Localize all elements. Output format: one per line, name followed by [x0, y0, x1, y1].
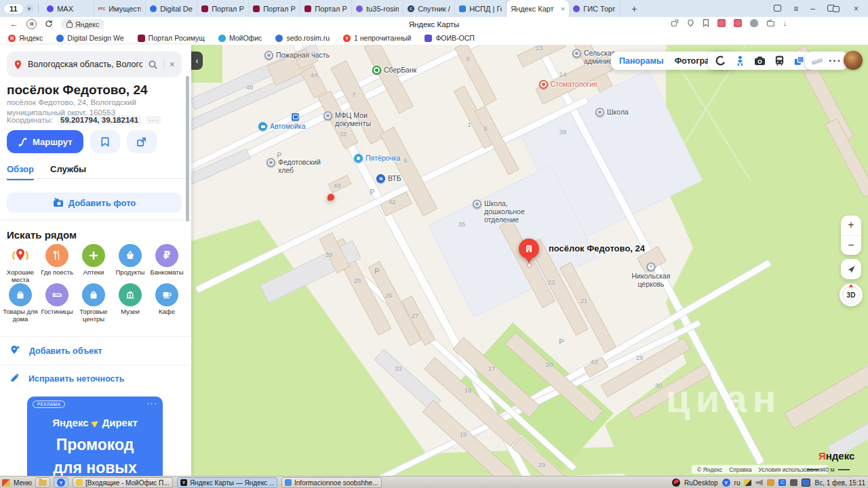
taskbar-window-button[interactable]: YЯндекс Карты — Яндекс ...	[177, 477, 277, 488]
map-poi[interactable]: Пятёрочка	[354, 155, 400, 163]
nearby-item[interactable]: Гостиницы	[38, 283, 76, 316]
browser-tab[interactable]: Портал Росиму	[249, 0, 300, 17]
avatar[interactable]	[844, 51, 863, 70]
search-icon[interactable]	[148, 60, 158, 70]
route-button[interactable]: Маршрут	[7, 130, 83, 153]
bookmark-item[interactable]: МойОфис	[218, 34, 262, 42]
nearby-item[interactable]: Хорошие места	[1, 244, 39, 284]
bookmark-button[interactable]	[90, 130, 120, 153]
bookmark-flag-icon[interactable]	[703, 19, 709, 27]
pin-label[interactable]: посёлок Федотово, 24	[549, 243, 645, 253]
search-input[interactable]: Вологодская область, Вологодский р ×	[7, 52, 182, 77]
bus-stop-icon[interactable]	[292, 113, 299, 121]
c-app-tray-icon[interactable]: C	[778, 479, 786, 486]
ad-banner[interactable]: РЕКЛАМА ··· Яндекс Директ Промокод для н…	[27, 396, 163, 485]
wallet-icon[interactable]	[766, 19, 775, 27]
panorama-pegman-icon[interactable]	[735, 55, 745, 66]
map-poi[interactable]: СберБанк	[372, 66, 416, 75]
taskbar-window-button[interactable]: Informacionnoe soobshhe...	[281, 477, 382, 488]
share-button[interactable]	[127, 130, 157, 153]
nearby-item[interactable]: ₽Банкоматы	[148, 244, 186, 277]
map-poi[interactable]: Школа	[595, 108, 629, 117]
map-poi[interactable]: Школа, дошкольное отделение	[473, 200, 525, 224]
ad-menu-icon[interactable]: ···	[146, 398, 157, 408]
sidebar-panel-icon[interactable]	[774, 5, 781, 13]
bookmark-item[interactable]: Y1 непрочитанный	[343, 34, 411, 42]
share-icon[interactable]	[671, 19, 679, 27]
minimize-button[interactable]: –	[810, 5, 815, 13]
layers-icon[interactable]	[793, 55, 805, 66]
map-poi[interactable]: Пожарная часть	[264, 52, 330, 60]
yandex-home-icon[interactable]: Я	[26, 19, 37, 29]
protect-icon[interactable]	[750, 19, 758, 27]
panoramas-button[interactable]: Панорамы	[619, 56, 664, 66]
remote-screen-tray-icon[interactable]	[802, 479, 810, 487]
map-poi[interactable]: МФЦ Мои документы	[323, 112, 371, 128]
clock[interactable]: Вс, 1 фев, 15:11	[814, 479, 865, 487]
help-link[interactable]: Справка	[729, 466, 751, 473]
browser-tab[interactable]: tu35-rosim.gos	[352, 0, 403, 17]
browser-tab[interactable]: CСпутник / Анал	[403, 0, 455, 17]
browser-tab[interactable]: Портал Росиму	[197, 0, 249, 17]
more-icon[interactable]: ···	[146, 116, 161, 124]
browser-tab[interactable]: Яндекс Карт×	[507, 0, 569, 17]
more-tools-icon[interactable]: ···	[829, 55, 842, 67]
map-poi[interactable]: +Никольская церковь	[632, 263, 671, 289]
map-poi[interactable]: Автомойка	[258, 123, 305, 131]
display-tray-icon[interactable]	[744, 479, 751, 486]
nearby-item[interactable]: Товары для дома	[1, 283, 39, 323]
os-menu-icon[interactable]	[2, 479, 10, 487]
browser-tab[interactable]: РТСИмущество	[94, 0, 146, 17]
add-object-link[interactable]: Добавить объект	[0, 336, 191, 365]
browser-tab[interactable]: НСПД | Геоинф	[455, 0, 507, 17]
rudesktop-icon[interactable]	[672, 479, 680, 487]
close-window-button[interactable]: ×	[854, 5, 859, 13]
map-poi[interactable]: ≡ВТБ	[376, 175, 401, 183]
nearby-item[interactable]: Где поесть	[38, 244, 76, 277]
nearby-item[interactable]: Торговые центры	[75, 283, 113, 323]
restore-button[interactable]	[827, 5, 842, 13]
browser-tab[interactable]: ГИС Торги - пр	[569, 0, 620, 17]
bookmark-item[interactable]: ЯЯндекс	[8, 34, 43, 42]
bookmark-item[interactable]: ФОИВ-ОСП	[425, 34, 475, 42]
extension-icon[interactable]	[734, 19, 742, 27]
close-icon[interactable]: ×	[170, 59, 175, 70]
map-pin[interactable]	[519, 239, 539, 263]
menu-button[interactable]: Меню	[14, 479, 32, 487]
ruler-icon[interactable]	[811, 56, 823, 66]
printer-tray-icon[interactable]	[790, 479, 797, 486]
url-field[interactable]: Яндекс	[61, 19, 104, 29]
zoom-out-button[interactable]: −	[841, 236, 861, 256]
compass-3d-button[interactable]: 3D	[840, 283, 863, 306]
location-icon[interactable]	[687, 19, 694, 27]
bookmark-item[interactable]: sedo.rosim.ru	[275, 34, 330, 42]
add-photo-button[interactable]: Добавить фото	[7, 192, 182, 213]
zoom-in-button[interactable]: +	[841, 216, 861, 236]
map-canvas[interactable]: ‹ Панорамы Фотографии ··· + − 3D посёлок…	[191, 45, 868, 476]
report-error-link[interactable]: Исправить неточность	[0, 365, 191, 392]
map-poi[interactable]: Стоматология	[539, 81, 597, 89]
browser-tab[interactable]: Портал Росиму	[300, 0, 352, 17]
sidebar-scrollbar[interactable]	[186, 76, 189, 222]
coords-value[interactable]: 59.201794, 39.182141	[57, 115, 142, 125]
nearby-item[interactable]: Продукты	[111, 244, 149, 277]
clipboard-tray-icon[interactable]	[767, 479, 774, 486]
nearby-item[interactable]: Музеи	[111, 283, 149, 316]
mirrors-loop-icon[interactable]	[715, 55, 726, 66]
volume-tray-icon[interactable]	[755, 479, 763, 486]
browser-quicklaunch-button[interactable]: Y	[54, 477, 68, 488]
refresh-icon[interactable]	[45, 18, 53, 30]
menu-icon[interactable]: ≡	[793, 5, 798, 13]
nearby-item[interactable]: Аптеки	[75, 244, 113, 277]
taskbar-window-button[interactable]: [Входящие - МойОфис П...	[73, 477, 173, 488]
tab-counter[interactable]: 11 ▾	[4, 4, 34, 14]
transport-bus-icon[interactable]	[774, 55, 785, 66]
browser-tray-icon[interactable]: Y	[722, 479, 730, 487]
new-tab-button[interactable]: +	[627, 3, 641, 14]
language-indicator[interactable]: ru	[734, 479, 741, 487]
back-button[interactable]: ←	[9, 19, 18, 29]
nearby-item[interactable]: Кафе	[148, 283, 186, 316]
chevron-down-icon[interactable]: ▾	[24, 5, 35, 13]
close-tab-icon[interactable]: ×	[561, 5, 565, 13]
download-icon[interactable]: ↓	[783, 19, 787, 27]
